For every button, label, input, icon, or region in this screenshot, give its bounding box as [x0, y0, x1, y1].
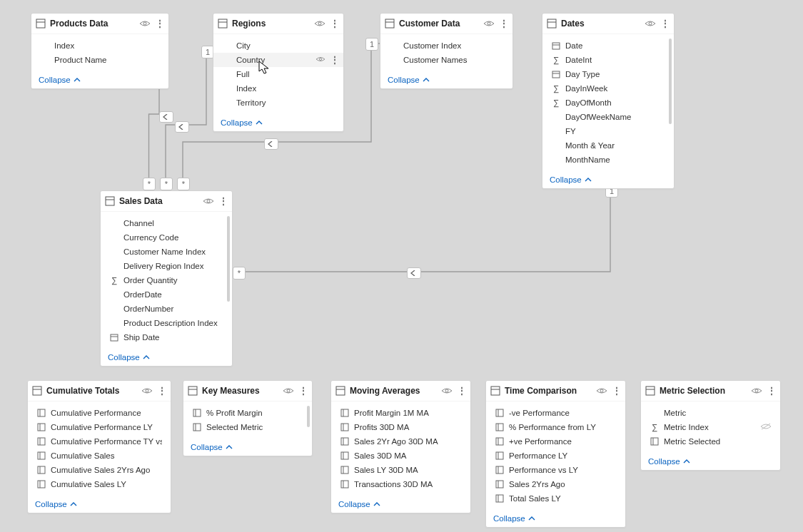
- field-row[interactable]: Currency Code: [101, 230, 232, 245]
- model-canvas[interactable]: 1 1 1 1 * * * * Products Data ⋮ Index Pr…: [0, 0, 803, 532]
- collapse-link[interactable]: Collapse: [101, 349, 232, 366]
- field-row[interactable]: ∑Metric Index: [641, 420, 780, 434]
- table-regions[interactable]: Regions ⋮ City Country ⋮ Full Index Terr…: [213, 13, 344, 132]
- table-dates[interactable]: Dates ⋮ Date ∑DateInt Day Type ∑DayInWee…: [542, 13, 675, 189]
- field-row[interactable]: ∑DayOfMonth: [542, 96, 674, 110]
- visibility-icon[interactable]: [315, 56, 325, 64]
- field-row[interactable]: Profits 30D MA: [331, 420, 470, 434]
- field-row[interactable]: Cumulative Sales: [28, 449, 171, 463]
- more-icon[interactable]: ⋮: [457, 386, 466, 396]
- field-row[interactable]: Index: [213, 81, 343, 96]
- hidden-icon[interactable]: [760, 422, 772, 432]
- field-row[interactable]: FY: [542, 124, 674, 138]
- collapse-link[interactable]: Collapse: [31, 71, 168, 88]
- more-icon[interactable]: ⋮: [499, 19, 508, 29]
- field-row[interactable]: Total Sales LY: [486, 491, 625, 506]
- more-icon[interactable]: ⋮: [330, 19, 339, 29]
- field-row[interactable]: ∑Order Quantity: [101, 273, 232, 287]
- collapse-link[interactable]: Collapse: [28, 496, 171, 513]
- field-row[interactable]: Sales LY 30D MA: [331, 463, 470, 477]
- visibility-icon[interactable]: [139, 19, 151, 28]
- field-row[interactable]: Customer Names: [380, 53, 512, 67]
- field-row[interactable]: Metric Selected: [641, 434, 780, 449]
- field-row[interactable]: Day Type: [542, 67, 674, 81]
- visibility-icon[interactable]: [141, 387, 153, 395]
- field-row[interactable]: Cumulative Performance TY vs LY: [28, 434, 171, 449]
- field-row[interactable]: Channel: [101, 216, 232, 230]
- visibility-icon[interactable]: [751, 387, 762, 395]
- field-row[interactable]: Cumulative Performance LY: [28, 420, 171, 434]
- table-sales-data[interactable]: Sales Data ⋮ Channel Currency Code Custo…: [100, 190, 233, 367]
- field-row[interactable]: Territory: [213, 96, 343, 110]
- collapse-link[interactable]: Collapse: [380, 71, 512, 88]
- collapse-link[interactable]: Collapse: [213, 114, 343, 131]
- field-row[interactable]: ∑DateInt: [542, 53, 674, 67]
- field-row[interactable]: +ve Performance: [486, 434, 625, 449]
- collapse-link[interactable]: Collapse: [641, 453, 780, 470]
- field-row[interactable]: OrderDate: [101, 287, 232, 302]
- field-row[interactable]: ∑DayInWeek: [542, 81, 674, 96]
- table-metric-selection[interactable]: Metric Selection ⋮ Metric ∑Metric Index …: [640, 380, 781, 471]
- more-icon[interactable]: ⋮: [330, 55, 339, 65]
- table-moving-averages[interactable]: Moving Averages ⋮ Profit Margin 1M MA Pr…: [330, 380, 471, 513]
- field-row[interactable]: Sales 2Yrs Ago: [486, 477, 625, 491]
- field-row[interactable]: OrderNumber: [101, 302, 232, 316]
- field-row[interactable]: Country ⋮: [213, 53, 343, 67]
- field-row[interactable]: DayOfWeekName: [542, 110, 674, 124]
- collapse-link[interactable]: Collapse: [183, 439, 312, 456]
- visibility-icon[interactable]: [314, 19, 325, 28]
- field-row[interactable]: Sales 2Yr Ago 30D MA: [331, 434, 470, 449]
- field-row[interactable]: Customer Index: [380, 39, 512, 53]
- field-row[interactable]: Product Description Index: [101, 316, 232, 330]
- field-row[interactable]: Index: [31, 39, 168, 53]
- field-row[interactable]: Cumulative Performance: [28, 406, 171, 420]
- more-icon[interactable]: ⋮: [157, 386, 166, 396]
- visibility-icon[interactable]: [483, 19, 495, 28]
- field-row[interactable]: Profit Margin 1M MA: [331, 406, 470, 420]
- more-icon[interactable]: ⋮: [298, 386, 308, 396]
- field-row[interactable]: Date: [542, 39, 674, 53]
- field-row[interactable]: Performance vs LY: [486, 463, 625, 477]
- visibility-icon[interactable]: [441, 387, 453, 395]
- field-row[interactable]: % Performance from LY: [486, 420, 625, 434]
- field-row[interactable]: % Profit Margin: [183, 406, 312, 420]
- table-customer-data[interactable]: Customer Data ⋮ Customer Index Customer …: [380, 13, 513, 89]
- visibility-icon[interactable]: [203, 197, 214, 205]
- field-row[interactable]: Month & Year: [542, 138, 674, 153]
- field-row[interactable]: Transactions 30D MA: [331, 477, 470, 491]
- scrollbar[interactable]: [227, 216, 230, 302]
- field-row[interactable]: Sales 30D MA: [331, 449, 470, 463]
- scrollbar[interactable]: [307, 406, 310, 427]
- svg-rect-66: [496, 438, 503, 445]
- more-icon[interactable]: ⋮: [660, 19, 670, 29]
- visibility-icon[interactable]: [596, 387, 607, 395]
- field-row[interactable]: Product Name: [31, 53, 168, 67]
- more-icon[interactable]: ⋮: [767, 386, 776, 396]
- more-icon[interactable]: ⋮: [155, 19, 164, 29]
- field-row[interactable]: Customer Name Index: [101, 245, 232, 259]
- field-row[interactable]: MonthName: [542, 153, 674, 167]
- field-row[interactable]: Delivery Region Index: [101, 259, 232, 273]
- scrollbar[interactable]: [669, 39, 672, 124]
- field-row[interactable]: Performance LY: [486, 449, 625, 463]
- field-row[interactable]: Metric: [641, 406, 780, 420]
- field-row[interactable]: Cumulative Sales 2Yrs Ago: [28, 463, 171, 477]
- field-row[interactable]: Cumulative Sales LY: [28, 477, 171, 491]
- field-row[interactable]: Ship Date: [101, 330, 232, 344]
- collapse-link[interactable]: Collapse: [331, 496, 470, 513]
- visibility-icon[interactable]: [645, 19, 656, 28]
- table-key-measures[interactable]: Key Measures ⋮ % Profit Margin Selected …: [183, 380, 313, 456]
- measure-icon: [36, 409, 46, 417]
- field-row[interactable]: -ve Performance: [486, 406, 625, 420]
- field-row[interactable]: Full: [213, 67, 343, 81]
- table-cumulative-totals[interactable]: Cumulative Totals ⋮ Cumulative Performan…: [27, 380, 171, 513]
- field-row[interactable]: City: [213, 39, 343, 53]
- collapse-link[interactable]: Collapse: [542, 171, 674, 188]
- visibility-icon[interactable]: [283, 387, 294, 395]
- collapse-link[interactable]: Collapse: [486, 510, 625, 527]
- field-row[interactable]: Selected Metric: [183, 420, 312, 434]
- more-icon[interactable]: ⋮: [218, 196, 228, 206]
- table-time-comparison[interactable]: Time Comparison ⋮ -ve Performance % Perf…: [485, 380, 626, 528]
- table-products-data[interactable]: Products Data ⋮ Index Product Name Colla…: [31, 13, 169, 89]
- more-icon[interactable]: ⋮: [612, 386, 621, 396]
